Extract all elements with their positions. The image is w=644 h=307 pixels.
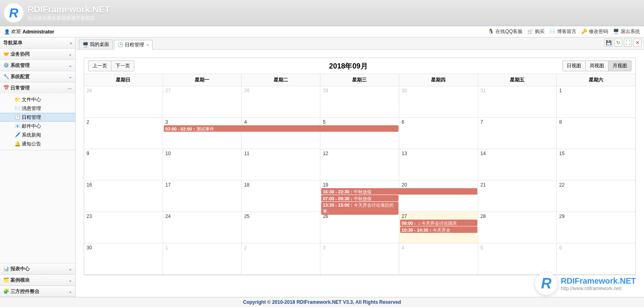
calendar-cell[interactable]: 16 [84,180,163,212]
day-number: 6 [559,245,562,251]
sidebar-group-sys-mgmt[interactable]: ⚙️系统管理 ⌄ [0,60,75,71]
calendar-cell[interactable]: 2 [242,243,320,275]
calendar-cell[interactable]: 30 [399,86,478,118]
calendar-cell[interactable]: 10 [163,149,242,180]
day-number: 13 [402,151,407,156]
sidebar-item-schedule[interactable]: 🕑日程管理 [0,113,75,122]
close-icon[interactable]: × [147,43,149,47]
tool-close-icon[interactable]: ✕ [634,39,642,47]
day-number: 29 [559,214,564,219]
calendar-cell[interactable]: 21 [478,180,557,212]
event-national-day[interactable]: 08:00 - ：今天开会讨论国庆 [400,220,477,226]
weekday-header: 星期四 [399,74,478,86]
sidebar-item-file[interactable]: 📁文件中心 [0,95,75,104]
calendar-cell[interactable]: 18 [242,180,320,212]
calendar-cell[interactable]: 15 [557,149,636,180]
content-area: 🖥️ 我的桌面 🕑 日程管理 × 💾 ↻ ⛶ ✕ 上一页 下一页 [76,37,644,297]
calendar-cell[interactable]: 27 [163,86,242,118]
event-meeting-project[interactable]: 13:30 - 15:00：今天开会讨论项目的事。 [321,202,398,215]
calendar-cell[interactable]: 17 [163,180,242,212]
weekday-header: 星期六 [557,74,636,86]
calendar-cell[interactable]: 5 [320,118,399,149]
link-buy[interactable]: 🛒购买 [527,28,545,35]
sidebar-group-example[interactable]: 🗂️案例模块 ⌄ [0,274,75,285]
calendar-cell[interactable]: 24 [163,212,242,243]
desktop-icon: 🖥️ [83,42,88,48]
sidebar-nav-title[interactable]: 导航菜单 « [0,37,75,48]
day-number: 3 [165,119,168,125]
calendar-cell[interactable]: 11 [242,149,320,180]
link-exit[interactable]: 🖥️退出系统 [613,28,640,35]
chevron-down-icon: ⌄ [68,278,72,283]
calendar-cell[interactable]: 23 [84,212,163,243]
calendar-cell[interactable]: 1 [163,243,242,275]
day-number: 19 [323,182,328,188]
tool-refresh-icon[interactable]: ↻ [614,39,622,47]
sidebar-group-thirdparty[interactable]: 🧩三方控件整合 ⌄ [0,286,75,297]
tool-save-icon[interactable]: 💾 [605,39,613,47]
calendar-cell[interactable]: 31 [478,86,557,118]
event-test[interactable]: 03:00 - 02:00：测试事件 [164,125,398,132]
tool-fullscreen-icon[interactable]: ⛶ [624,39,632,47]
calendar-cell[interactable]: 14 [478,149,557,180]
link-pwd[interactable]: 🔑修改密码 [581,28,608,35]
calendar-cell[interactable]: 29 [557,212,636,243]
sidebar-item-mail[interactable]: 📧邮件中心 [0,122,75,131]
key-icon: 🔑 [581,29,588,35]
feather-icon: 🖊️ [14,132,20,138]
cart-icon: 🛒 [527,29,534,35]
calendar-next-button[interactable]: 下一页 [111,60,134,71]
sidebar-group-daily[interactable]: 📅日常管理 ︿ [0,83,75,93]
calendar-cell[interactable]: 5 [478,243,557,275]
day-number: 21 [481,182,486,188]
view-day-button[interactable]: 日视图 [562,60,586,71]
calendar-cell[interactable]: 26 [320,212,399,243]
view-month-button[interactable]: 月视图 [609,60,632,71]
calendar-cell[interactable]: 13 [399,149,478,180]
chevron-down-icon: ⌄ [68,266,72,272]
day-number: 5 [323,119,326,125]
calendar-cell[interactable]: 26 [84,86,163,118]
calendar-cell[interactable]: 29 [320,86,399,118]
calendar-cell[interactable]: 6 [557,243,636,275]
chevron-up-icon: ︿ [68,85,72,91]
calendar-cell[interactable]: 28 [478,212,557,243]
calendar-cell[interactable]: 8 [557,118,636,149]
sidebar-item-notice[interactable]: 🔔通知公告 [0,139,75,148]
logo-block: R RDIFramework.NET 企业级信息化系统快速开发框架 [4,3,110,23]
tab-schedule[interactable]: 🕑 日程管理 × [114,40,153,50]
calendar-cell[interactable]: 12 [320,149,399,180]
day-number: 10 [165,151,171,156]
event-midautumn-1[interactable]: 16:30 - 22:30：中秋放假 [321,188,477,195]
sidebar-group-report[interactable]: 📊报表中心 ⌄ [0,263,75,274]
calendar-cell[interactable]: 30 [84,243,163,275]
calendar-cell[interactable]: 25 [242,212,320,243]
day-number: 9 [87,151,89,156]
calendar-cell[interactable]: 9 [84,149,163,180]
link-blog[interactable]: ✉️博客留言 [549,28,576,35]
calendar-cell[interactable]: 3 [163,118,242,149]
calendar-cell[interactable]: 1 [557,86,636,118]
tab-desktop[interactable]: 🖥️ 我的桌面 [79,39,113,49]
link-qq[interactable]: 🐧在线QQ客服 [488,28,522,35]
sidebar-group-biz[interactable]: 🤝业务协同 ⌄ [0,49,75,60]
calendar-cell[interactable]: 4 [399,243,478,275]
chevron-left-icon: « [70,41,72,46]
calendar-cell[interactable]: 6 [399,118,478,149]
calendar-cell[interactable]: 20 [399,180,478,212]
event-midautumn-2[interactable]: 07:00 - 09:30：中秋放假 [321,195,398,201]
sidebar-group-sys-cfg[interactable]: 🔧系统配置 ⌄ [0,71,75,82]
welcome-bar: 👤 欢迎 Administrator 🐧在线QQ客服 🛒购买 ✉️博客留言 🔑修… [0,26,644,37]
calendar-cell[interactable]: 2 [84,118,163,149]
calendar-cell[interactable]: 3 [320,243,399,275]
sidebar-item-news[interactable]: 🖊️系统新闻 [0,131,75,139]
sidebar-item-msg[interactable]: ✉️消息管理 [0,104,75,113]
calendar-cell[interactable]: 22 [557,180,636,212]
logo-icon: R [4,3,23,23]
calendar-cell[interactable]: 28 [242,86,320,118]
calendar-cell[interactable]: 4 [242,118,320,149]
event-meeting-today[interactable]: 10:30 - 14:30：今天开会 [400,226,477,233]
view-week-button[interactable]: 周视图 [586,60,609,71]
calendar-prev-button[interactable]: 上一页 [88,60,111,71]
calendar-cell[interactable]: 7 [478,118,557,149]
